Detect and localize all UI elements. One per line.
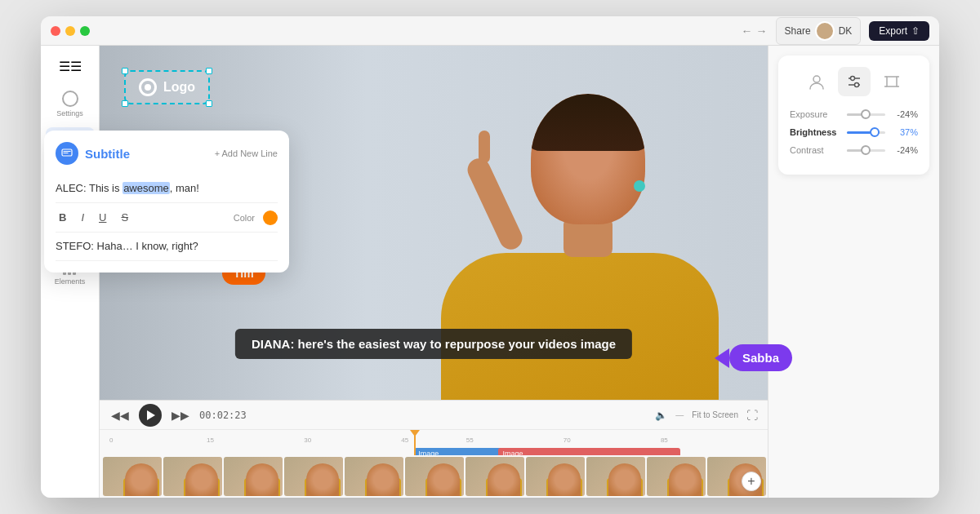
play-button[interactable] [139,404,162,427]
thumbnail-7[interactable] [466,457,524,496]
resize-handle-bl[interactable] [122,100,128,107]
exposure-value: -24% [892,109,918,119]
tab-person[interactable] [800,67,833,96]
playhead[interactable] [414,433,416,455]
resize-handle-tl[interactable] [122,68,128,74]
logo-element[interactable]: Logo [124,70,210,104]
tab-crop[interactable] [875,67,908,96]
shirt [441,253,719,400]
avatar [815,21,835,41]
thumbnail-3[interactable] [224,457,283,496]
sidebar-item-settings[interactable]: Settings [46,84,95,124]
subtitle-line-2-text: STEFO: Haha… I know, right? [56,240,198,252]
subtitle-line-1-pre: ALEC: This is [56,182,122,194]
earring-left [634,180,645,192]
pointing-finger [479,131,490,163]
resize-handle-br[interactable] [206,100,212,107]
thumbnail-strip: + [100,455,768,498]
exposure-row: Exposure -24% [790,109,918,119]
export-label: Export [879,25,907,37]
strikethrough-button[interactable]: S [118,210,131,225]
panel-tabs [790,67,918,96]
tab-adjustments[interactable] [838,67,871,96]
track-image2-bar[interactable]: Image [498,448,679,455]
contrast-row: Contrast -24% [790,145,918,155]
head [531,94,645,224]
sliders-icon [845,73,863,91]
expand-icon[interactable]: ⛶ [746,409,758,422]
underline-button[interactable]: U [96,210,109,225]
thumbnail-9[interactable] [586,457,645,496]
thumbnail-2[interactable] [163,457,222,496]
ruler-tick-15: 15 [207,436,214,444]
svg-point-5 [813,76,820,82]
italic-button[interactable]: I [78,210,87,225]
brightness-fill [847,131,871,134]
maximize-button[interactable] [80,26,90,36]
brightness-slider[interactable] [847,131,885,134]
contrast-value: -24% [892,145,918,155]
sidebar-elements-label: Elements [55,277,86,286]
color-label: Color [234,213,255,223]
playback-controls: ◀◀ ▶▶ 00:02:23 🔈 — Fit to Screen ⛶ [100,401,768,430]
sabba-arrow-icon [715,348,729,368]
timeline-ruler: 0 15 30 45 55 70 85 [109,433,758,446]
thumbnail-8[interactable] [526,457,585,496]
dk-badge: DK [839,25,853,37]
color-picker[interactable] [263,210,278,225]
contrast-label: Contrast [790,145,840,155]
brightness-value: 37% [892,127,918,137]
crop-icon [883,73,901,91]
brightness-row: Brightness 37% [790,127,918,137]
title-bar: ← → Share DK Export ⇧ [41,16,939,46]
subtitle-line-1: ALEC: This is awesome, man! [56,175,278,203]
exposure-thumb[interactable] [861,109,871,119]
svg-rect-10 [887,77,897,86]
thumbnail-5[interactable] [345,457,403,496]
volume-icon[interactable]: 🔈 [655,410,667,421]
fit-screen-label[interactable]: Fit to Screen [692,410,738,419]
skip-forward-button[interactable]: ▶▶ [170,407,191,423]
add-new-line-button[interactable]: + Add New Line [215,148,278,158]
thumbnail-6[interactable] [405,457,464,496]
play-icon [147,410,155,420]
bold-button[interactable]: B [56,210,69,225]
brightness-thumb[interactable] [870,127,880,137]
thumbnail-10[interactable] [647,457,706,496]
svg-point-9 [854,83,858,87]
spacer-dash: — [675,410,684,419]
add-track-button[interactable]: + [742,472,761,491]
raised-arm [464,155,526,254]
resize-handle-tr[interactable] [206,68,212,74]
text-toolbar: B I U S Color [56,203,278,233]
sidebar-item-menu[interactable]: ☰ [46,52,95,81]
timecode-display: 00:02:23 [199,410,247,421]
forward-arrow[interactable]: → [756,24,768,38]
share-label: Share [785,25,811,37]
track-image2-label: Image [502,450,523,455]
subtitle-panel-title: Subtitle [85,147,208,161]
thumbnail-4[interactable] [284,457,343,496]
adjustment-panel: Exposure -24% Brightness 37% [778,55,929,175]
nav-arrows: ← → [742,24,768,38]
share-button[interactable]: Share DK [776,17,862,45]
close-button[interactable] [51,26,60,36]
thumbnail-1[interactable] [103,457,162,496]
export-button[interactable]: Export ⇧ [869,21,929,41]
subtitle-panel-icon [56,142,78,165]
video-subtitle-text: DIANA: here's the easiest way to repurpo… [252,337,616,351]
skip-back-button[interactable]: ◀◀ [109,407,131,423]
sabba-label: Sabba [729,344,792,371]
subtitle-line-1-highlight: awesome [122,182,170,194]
ruler-tick-85: 85 [661,436,668,444]
sabba-bubble: Sabba [715,344,792,371]
back-arrow[interactable]: ← [742,24,753,38]
ruler-tick-0: 0 [109,436,113,444]
ruler-tick-45: 45 [401,436,408,444]
exposure-slider[interactable] [847,113,885,116]
contrast-thumb[interactable] [861,145,871,155]
minimize-button[interactable] [65,26,75,36]
exposure-fill [847,113,862,116]
contrast-slider[interactable] [847,149,885,152]
track-row-0: Image Image [109,448,758,455]
